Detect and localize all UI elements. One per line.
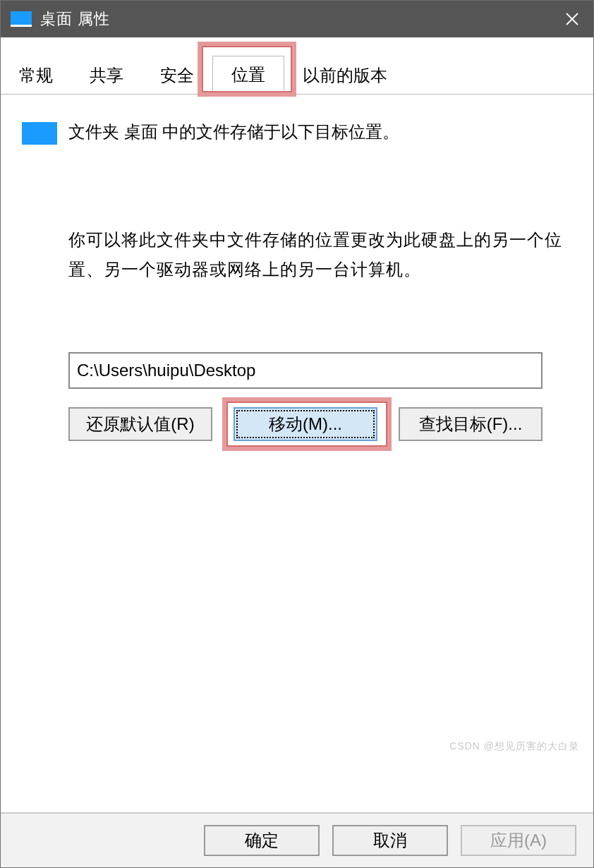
window-title: 桌面 属性 xyxy=(40,8,110,30)
move-button[interactable]: 移动(M)... xyxy=(234,407,377,441)
desktop-folder-icon xyxy=(22,122,57,147)
restore-defaults-button[interactable]: 还原默认值(R) xyxy=(68,407,212,441)
close-button[interactable] xyxy=(551,1,593,37)
cancel-button[interactable]: 取消 xyxy=(332,825,448,856)
location-path-input[interactable] xyxy=(68,352,543,389)
tab-previous-versions[interactable]: 以前的版本 xyxy=(284,57,406,94)
dialog-footer: 确定 取消 应用(A) xyxy=(1,812,593,867)
content-area: 文件夹 桌面 中的文件存储于以下目标位置。 你可以将此文件夹中文件存储的位置更改… xyxy=(1,94,593,812)
desktop-icon xyxy=(11,11,32,27)
tab-share[interactable]: 共享 xyxy=(71,57,142,94)
close-icon xyxy=(566,13,578,25)
tab-security[interactable]: 安全 xyxy=(142,57,212,94)
ok-button[interactable]: 确定 xyxy=(204,825,320,856)
properties-dialog: 桌面 属性 常规 共享 安全 位置 以前的版本 文件夹 桌面 中的文件存储于以下… xyxy=(0,0,594,868)
find-target-button[interactable]: 查找目标(F)... xyxy=(399,407,543,441)
explain-text: 你可以将此文件夹中文件存储的位置更改为此硬盘上的另一个位置、另一个驱动器或网络上… xyxy=(22,225,572,284)
apply-button[interactable]: 应用(A) xyxy=(461,825,576,856)
watermark-text: CSDN @想见历害的大白菜 xyxy=(449,740,579,753)
tab-location[interactable]: 位置 xyxy=(212,56,284,94)
tab-general[interactable]: 常规 xyxy=(1,57,71,94)
tabstrip: 常规 共享 安全 位置 以前的版本 xyxy=(1,37,593,94)
intro-text: 文件夹 桌面 中的文件存储于以下目标位置。 xyxy=(68,121,399,143)
action-button-row: 还原默认值(R) 移动(M)... 查找目标(F)... xyxy=(68,407,572,441)
titlebar: 桌面 属性 xyxy=(1,1,593,37)
intro-row: 文件夹 桌面 中的文件存储于以下目标位置。 xyxy=(22,121,572,147)
